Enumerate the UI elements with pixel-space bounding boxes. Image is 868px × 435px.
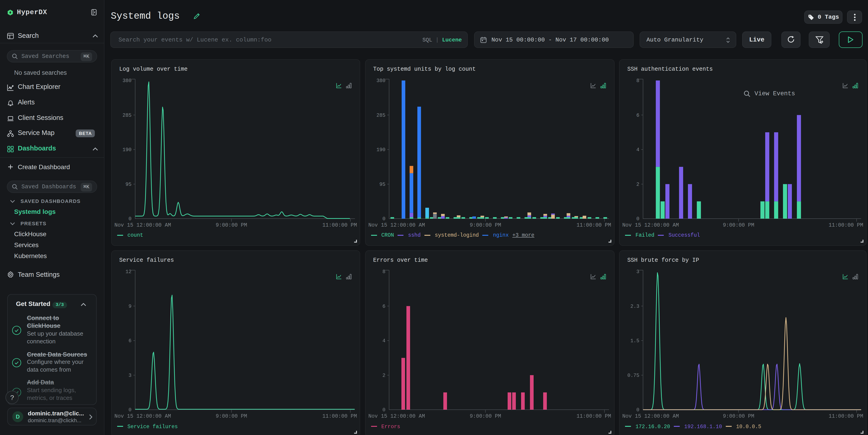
- svg-text:95: 95: [379, 182, 385, 187]
- svg-text:Nov 15 12:00:00 AM: Nov 15 12:00:00 AM: [368, 413, 425, 420]
- svg-text:3: 3: [637, 269, 640, 275]
- svg-text:11:00:00 PM: 11:00:00 PM: [576, 222, 611, 228]
- svg-text:11:00:00 PM: 11:00:00 PM: [322, 222, 357, 228]
- svg-text:12: 12: [125, 269, 131, 275]
- svg-text:3: 3: [128, 373, 131, 378]
- svg-text:285: 285: [376, 113, 385, 118]
- svg-text:4: 4: [637, 147, 640, 153]
- svg-text:9:00:00 PM: 9:00:00 PM: [723, 222, 754, 228]
- svg-text:380: 380: [122, 78, 131, 84]
- svg-text:Nov 15 12:00:00 AM: Nov 15 12:00:00 AM: [368, 222, 425, 228]
- svg-text:9: 9: [128, 304, 131, 310]
- svg-text:11:00:00 PM: 11:00:00 PM: [829, 413, 863, 420]
- svg-text:8: 8: [637, 78, 640, 84]
- svg-text:4: 4: [382, 338, 385, 344]
- svg-text:0: 0: [382, 216, 385, 222]
- svg-text:Nov 15 12:00:00 AM: Nov 15 12:00:00 AM: [114, 413, 171, 420]
- svg-text:190: 190: [122, 147, 131, 153]
- svg-text:11:00:00 PM: 11:00:00 PM: [322, 413, 357, 420]
- svg-text:0.75: 0.75: [627, 373, 640, 378]
- svg-text:9:00:00 PM: 9:00:00 PM: [470, 222, 501, 228]
- svg-text:9:00:00 PM: 9:00:00 PM: [470, 413, 501, 420]
- svg-text:380: 380: [376, 78, 385, 84]
- svg-text:190: 190: [376, 147, 385, 153]
- svg-text:11:00:00 PM: 11:00:00 PM: [829, 222, 863, 228]
- svg-text:0: 0: [382, 407, 385, 413]
- svg-text:9:00:00 PM: 9:00:00 PM: [723, 413, 754, 420]
- svg-text:6: 6: [128, 338, 131, 344]
- svg-text:Nov 15 12:00:00 AM: Nov 15 12:00:00 AM: [622, 222, 679, 228]
- svg-text:11:00:00 PM: 11:00:00 PM: [576, 413, 611, 420]
- svg-text:6: 6: [382, 304, 385, 310]
- svg-text:0: 0: [128, 407, 131, 413]
- svg-text:2.3: 2.3: [630, 304, 640, 310]
- svg-text:0: 0: [637, 407, 640, 413]
- svg-text:0: 0: [128, 216, 131, 222]
- svg-text:0: 0: [637, 216, 640, 222]
- svg-text:Nov 15 12:00:00 AM: Nov 15 12:00:00 AM: [622, 413, 679, 420]
- svg-text:2: 2: [637, 182, 640, 187]
- svg-text:9:00:00 PM: 9:00:00 PM: [215, 222, 247, 228]
- svg-text:95: 95: [125, 182, 131, 187]
- svg-text:Nov 15 12:00:00 AM: Nov 15 12:00:00 AM: [114, 222, 171, 228]
- svg-text:8: 8: [382, 269, 385, 275]
- svg-text:6: 6: [637, 113, 640, 118]
- svg-text:2: 2: [382, 373, 385, 378]
- svg-text:1.5: 1.5: [630, 338, 640, 344]
- svg-text:285: 285: [122, 113, 131, 118]
- svg-text:9:00:00 PM: 9:00:00 PM: [215, 413, 247, 420]
